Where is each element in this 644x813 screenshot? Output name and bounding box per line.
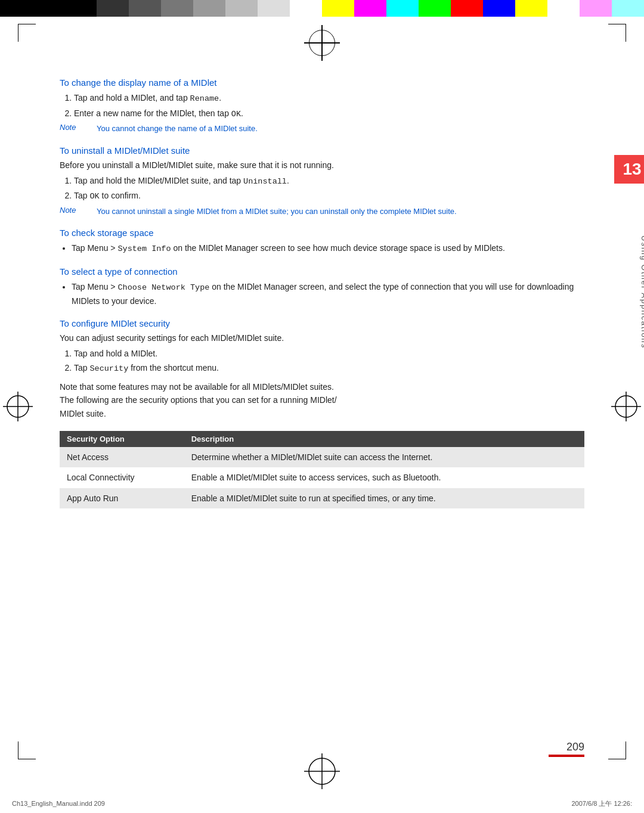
color-bar [0,0,644,17]
table-cell-option: Net Access [60,447,184,467]
main-content: To change the display name of a MIDlet T… [60,77,584,765]
cb-seg [193,0,225,17]
footer: Ch13_English_Manual.indd 209 2007/6/8 上午… [0,794,644,813]
page-number-line [549,755,584,757]
page-number: 209 [566,741,584,753]
note-uninstall: Note You cannot uninstall a single MIDle… [60,206,584,218]
intro-uninstall: Before you uninstall a MIDlet/MIDlet sui… [60,159,584,172]
registration-mark-right [611,392,641,421]
mono-ok1: OK [231,110,241,119]
table-row: App Auto Run Enable a MIDlet/MIDlet suit… [60,488,584,508]
chapter-number: 13 [614,155,644,184]
chapter-label: Using Other Applications [640,203,644,381]
table-row: Net Access Determine whether a MIDlet/MI… [60,447,584,467]
step-item: Tap Security from the shortcut menu. [74,361,584,376]
cb-seg [97,0,129,17]
table-cell-description: Enable a MIDlet/MIDlet suite to run at s… [184,488,584,508]
mono-choose-network: Choose Network Type [117,283,209,292]
security-table: Security Option Description Net Access D… [60,431,584,508]
footer-right: 2007/6/8 上午 12:26: [322,799,632,808]
intro-security: You can adjust security settings for eac… [60,332,584,345]
mono-security: Security [89,364,128,373]
table-cell-option: Local Connectivity [60,467,184,488]
table-cell-option: App Auto Run [60,488,184,508]
cb-seg [0,0,97,17]
cb-seg [580,0,612,17]
steps-change-display-name: Tap and hold a MIDlet, and tap Rename. E… [74,91,584,120]
step-item: Enter a new name for the MIDlet, then ta… [74,107,584,121]
cb-seg [547,0,580,17]
heading-select-connection: To select a type of connection [60,266,584,277]
section-check-storage: To check storage space Tap Menu > System… [60,228,584,256]
cb-seg [322,0,354,17]
table-cell-description: Determine whether a MIDlet/MIDlet suite … [184,447,584,467]
steps-security: Tap and hold a MIDlet. Tap Security from… [74,347,584,376]
cb-seg [386,0,419,17]
bullets-select-connection: Tap Menu > Choose Network Type on the MI… [72,280,584,308]
cb-seg [612,0,644,17]
table-header-row: Security Option Description [60,431,584,447]
cb-seg [161,0,193,17]
section-uninstall: To uninstall a MIDlet/MIDlet suite Befor… [60,145,584,218]
cb-seg [225,0,258,17]
corner-mark-br [608,741,626,759]
heading-check-storage: To check storage space [60,228,584,238]
mono-system-info: System Info [117,244,171,253]
bullet-item: Tap Menu > Choose Network Type on the MI… [72,280,584,308]
mono-ok2: OK [89,192,99,201]
cb-seg [451,0,483,17]
cb-seg [290,0,322,17]
bullets-check-storage: Tap Menu > System Info on the MIDlet Man… [72,241,584,256]
table-header-option: Security Option [60,431,184,447]
registration-mark-top [304,25,340,61]
corner-mark-tl [18,24,36,42]
table-row: Local Connectivity Enable a MIDlet/MIDle… [60,467,584,488]
corner-mark-bl [18,741,36,759]
corner-mark-tr [608,24,626,42]
section-select-connection: To select a type of connection Tap Menu … [60,266,584,308]
step-item: Tap OK to confirm. [74,189,584,203]
bullet-item: Tap Menu > System Info on the MIDlet Man… [72,241,584,256]
heading-change-display-name: To change the display name of a MIDlet [60,77,584,88]
mono-rename: Rename [190,94,219,103]
cb-seg [129,0,161,17]
step-item: Tap and hold a MIDlet, and tap Rename. [74,91,584,105]
after-note-security: Note that some features may not be avail… [60,380,584,420]
heading-configure-security: To configure MIDlet security [60,318,584,328]
registration-mark-bottom [304,753,340,789]
cb-seg [483,0,515,17]
step-item: Tap and hold the MIDlet/MIDlet suite, an… [74,174,584,188]
table-cell-description: Enable a MIDlet/MIDlet suite to access s… [184,467,584,488]
section-configure-security: To configure MIDlet security You can adj… [60,318,584,420]
note-change-name: Note You cannot change the name of a MID… [60,123,584,135]
mono-uninstall: Uninstall [243,177,287,186]
registration-mark-left [3,392,33,421]
cb-seg [515,0,547,17]
table-header-description: Description [184,431,584,447]
step-item: Tap and hold a MIDlet. [74,347,584,360]
footer-left: Ch13_English_Manual.indd 209 [12,800,322,807]
heading-uninstall: To uninstall a MIDlet/MIDlet suite [60,145,584,156]
cb-seg [258,0,290,17]
section-change-display-name: To change the display name of a MIDlet T… [60,77,584,135]
cb-seg [354,0,386,17]
cb-seg [419,0,451,17]
steps-uninstall: Tap and hold the MIDlet/MIDlet suite, an… [74,174,584,203]
